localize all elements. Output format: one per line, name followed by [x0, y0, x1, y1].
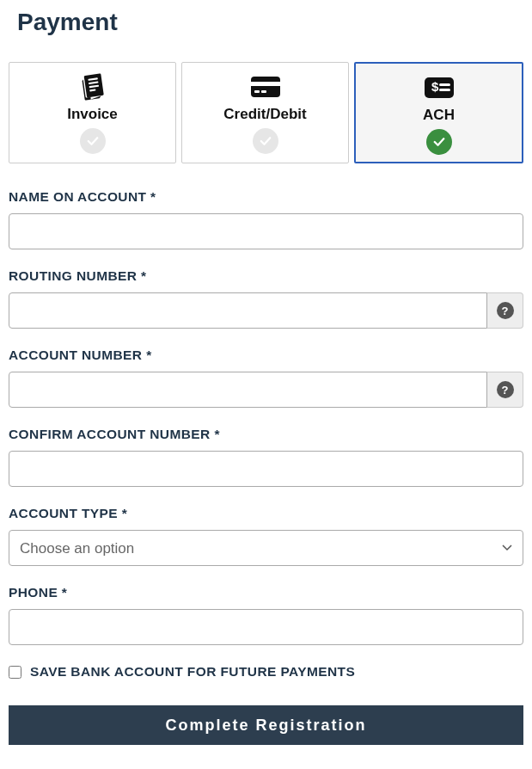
invoice-icon: [78, 71, 107, 102]
payment-method-ach[interactable]: $ ACH: [354, 62, 523, 163]
routing-number-input[interactable]: [9, 292, 487, 329]
help-icon: ?: [497, 302, 514, 319]
check-circle-icon: [426, 129, 452, 155]
page-title: Payment: [17, 9, 523, 36]
form-group-routing-number: ROUTING NUMBER * ?: [9, 268, 523, 329]
payment-methods: Invoice Credit/Debit $ AC: [9, 62, 523, 163]
svg-rect-4: [251, 77, 280, 97]
confirm-account-number-input[interactable]: [9, 451, 523, 487]
svg-rect-11: [439, 89, 450, 91]
payment-method-credit-debit[interactable]: Credit/Debit: [181, 62, 349, 163]
account-number-help-button[interactable]: ?: [487, 372, 523, 408]
payment-method-label: ACH: [423, 107, 455, 124]
check-circle-icon: [80, 128, 106, 154]
help-icon: ?: [497, 381, 514, 398]
save-account-checkbox[interactable]: [9, 666, 21, 679]
routing-number-label: ROUTING NUMBER *: [9, 268, 523, 284]
confirm-account-number-label: CONFIRM ACCOUNT NUMBER *: [9, 427, 523, 442]
name-on-account-input[interactable]: [9, 213, 523, 249]
routing-number-help-button[interactable]: ?: [487, 292, 523, 329]
save-account-row: SAVE BANK ACCOUNT FOR FUTURE PAYMENTS: [9, 664, 523, 680]
payment-method-invoice[interactable]: Invoice: [9, 62, 176, 163]
account-type-label: ACCOUNT TYPE *: [9, 506, 523, 521]
form-group-account-type: ACCOUNT TYPE * Choose an option: [9, 506, 523, 566]
phone-label: PHONE *: [9, 585, 523, 600]
svg-rect-6: [254, 90, 260, 93]
credit-card-icon: [249, 71, 282, 102]
svg-rect-7: [261, 90, 266, 93]
form-group-name-on-account: NAME ON ACCOUNT *: [9, 189, 523, 249]
svg-rect-8: [425, 77, 454, 98]
form-group-phone: PHONE *: [9, 585, 523, 645]
complete-registration-button[interactable]: Complete Registration: [9, 705, 523, 745]
account-number-input[interactable]: [9, 372, 487, 408]
payment-method-label: Credit/Debit: [223, 106, 306, 123]
form-group-account-number: ACCOUNT NUMBER * ?: [9, 348, 523, 408]
name-on-account-label: NAME ON ACCOUNT *: [9, 189, 523, 205]
save-account-label: SAVE BANK ACCOUNT FOR FUTURE PAYMENTS: [30, 664, 355, 680]
account-number-label: ACCOUNT NUMBER *: [9, 348, 523, 363]
svg-text:$: $: [431, 79, 439, 94]
phone-input[interactable]: [9, 609, 523, 645]
form-group-confirm-account-number: CONFIRM ACCOUNT NUMBER *: [9, 427, 523, 487]
account-type-select[interactable]: Choose an option: [9, 530, 523, 566]
ach-icon: $: [423, 72, 456, 103]
svg-rect-5: [251, 82, 280, 86]
payment-method-label: Invoice: [67, 106, 118, 123]
check-circle-icon: [253, 128, 278, 154]
svg-rect-10: [439, 83, 450, 86]
